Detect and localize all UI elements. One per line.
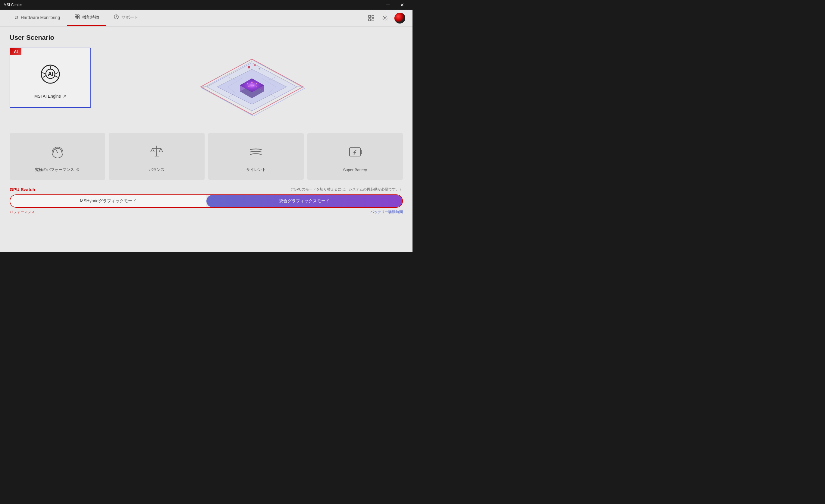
gpu-label-performance: パフォーマンス [10, 210, 35, 215]
tab-hardware[interactable]: ↺ Hardware Monitoring [7, 10, 67, 26]
svg-rect-1 [77, 15, 79, 17]
svg-rect-3 [77, 17, 79, 19]
cpu-illustration [101, 48, 403, 126]
ai-label: MSI AI Engine ↗ [34, 94, 67, 98]
svg-rect-2 [75, 17, 77, 19]
balance-label: バランス [149, 167, 164, 172]
mode-card-battery[interactable]: Super Battery [307, 133, 403, 179]
svg-rect-7 [369, 15, 371, 17]
svg-text:AI: AI [48, 71, 53, 77]
nav-right [367, 13, 405, 23]
battery-label: Super Battery [343, 167, 367, 172]
svg-point-28 [254, 64, 256, 66]
svg-point-6 [116, 18, 117, 18]
svg-point-24 [248, 86, 249, 87]
section-title: User Scenario [10, 34, 403, 42]
ai-brain-icon: AI [37, 61, 64, 88]
tab-features[interactable]: 機能特徴 [67, 10, 106, 26]
svg-point-38 [229, 77, 230, 78]
gpu-toggle-labels: パフォーマンス バッテリー駆動時間 [10, 210, 403, 215]
nav-tabs: ↺ Hardware Monitoring 機能特徴 [7, 10, 146, 26]
svg-point-26 [256, 86, 257, 87]
svg-point-25 [253, 85, 254, 86]
gpu-switch-section: GPU Switch （*GPUのモードを切り替えるには、システムの再起動が必要… [10, 187, 403, 215]
title-bar: MSI Center ─ ✕ [0, 0, 412, 10]
svg-rect-10 [372, 19, 374, 21]
balance-icon [148, 143, 165, 162]
minimize-button[interactable]: ─ [381, 0, 395, 10]
ai-icon-wrapper: AI [37, 61, 64, 89]
user-scenario-section: AI AI MSI AI [10, 48, 403, 126]
app-name: MSI Center [4, 3, 22, 7]
silent-label: サイレント [246, 167, 266, 172]
gpu-switch-header: GPU Switch （*GPUのモードを切り替えるには、システムの再起動が必要… [10, 187, 403, 192]
mode-cards: 究極のパフォーマンス ⚙ [10, 133, 403, 179]
silent-icon [247, 143, 264, 162]
tab-features-label: 機能特徴 [82, 15, 99, 20]
svg-point-21 [247, 83, 248, 84]
settings-button[interactable] [381, 14, 390, 23]
gpu-toggle: MSHybridグラフィックモード 統合グラフィックスモード [10, 195, 403, 208]
tab-support-label: サポート [122, 15, 138, 20]
grid-button[interactable] [367, 14, 376, 23]
svg-point-39 [274, 77, 275, 78]
gpu-option-integrated[interactable]: 統合グラフィックスモード [206, 195, 402, 207]
battery-icon [347, 143, 363, 163]
hardware-tab-icon: ↺ [14, 15, 18, 20]
svg-point-23 [256, 83, 257, 84]
support-tab-icon [114, 14, 119, 21]
page-body: User Scenario AI [0, 26, 412, 252]
settings-icon [382, 15, 388, 21]
grid-icon [368, 15, 375, 21]
tab-support[interactable]: サポート [106, 10, 146, 26]
nav-bar: ↺ Hardware Monitoring 機能特徴 [0, 10, 412, 26]
window-controls: ─ ✕ [381, 0, 409, 10]
svg-point-11 [384, 17, 386, 19]
svg-rect-0 [75, 15, 77, 17]
avatar-image [394, 13, 405, 23]
svg-point-29 [258, 68, 260, 70]
external-link-icon: ↗ [63, 94, 66, 98]
gpu-switch-note: （*GPUのモードを切り替えるには、システムの再起動が必要です。） [289, 187, 403, 192]
cpu-svg [189, 48, 315, 126]
svg-point-44 [57, 152, 58, 153]
svg-rect-54 [360, 150, 362, 154]
svg-point-41 [274, 96, 275, 97]
mode-card-balance[interactable]: バランス [109, 133, 204, 179]
performance-icon [49, 143, 66, 162]
gpu-option-hybrid[interactable]: MSHybridグラフィックモード [10, 195, 206, 207]
tab-hardware-label: Hardware Monitoring [21, 15, 60, 20]
main-content: ↺ Hardware Monitoring 機能特徴 [0, 10, 412, 252]
mode-card-performance[interactable]: 究極のパフォーマンス ⚙ [10, 133, 105, 179]
svg-rect-8 [372, 15, 374, 17]
performance-label: 究極のパフォーマンス ⚙ [35, 167, 80, 172]
features-tab-icon [74, 14, 80, 21]
svg-point-22 [251, 82, 252, 83]
ai-badge: AI [10, 48, 21, 55]
avatar[interactable] [394, 13, 405, 23]
ai-engine-card[interactable]: AI AI MSI AI [10, 48, 91, 108]
svg-rect-53 [350, 148, 360, 156]
close-button[interactable]: ✕ [395, 0, 409, 10]
performance-gear-icon: ⚙ [76, 167, 80, 172]
gpu-switch-title: GPU Switch [10, 187, 35, 192]
gpu-label-battery: バッテリー駆動時間 [370, 210, 403, 215]
mode-card-silent[interactable]: サイレント [208, 133, 304, 179]
svg-point-27 [248, 66, 250, 68]
svg-rect-9 [369, 19, 371, 21]
svg-point-40 [229, 96, 230, 97]
